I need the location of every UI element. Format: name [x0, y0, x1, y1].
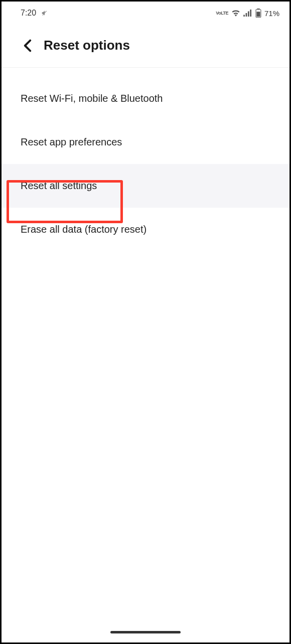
header: Reset options: [2, 22, 289, 68]
svg-rect-2: [246, 13, 247, 17]
reset-wifi-mobile-bluetooth[interactable]: Reset Wi-Fi, mobile & Bluetooth: [2, 77, 289, 120]
svg-rect-1: [243, 15, 245, 17]
list-item-label: Reset all settings: [21, 180, 97, 191]
back-icon[interactable]: [21, 39, 35, 53]
options-list: Reset Wi-Fi, mobile & Bluetooth Reset ap…: [2, 68, 289, 251]
status-bar: 7:20 VoLTE: [2, 2, 289, 22]
mute-icon: [41, 10, 48, 17]
battery-icon: [255, 9, 261, 18]
volte-icon: VoLTE: [216, 11, 228, 16]
list-item-label: Reset app preferences: [21, 136, 122, 147]
svg-rect-4: [250, 10, 251, 17]
status-time: 7:20: [21, 9, 36, 18]
list-item-label: Erase all data (factory reset): [21, 224, 147, 235]
svg-rect-7: [256, 12, 260, 17]
erase-all-data[interactable]: Erase all data (factory reset): [2, 208, 289, 251]
reset-app-preferences[interactable]: Reset app preferences: [2, 120, 289, 164]
nav-bar-handle[interactable]: [110, 631, 181, 633]
signal-icon: [243, 10, 252, 17]
reset-all-settings[interactable]: Reset all settings: [2, 164, 289, 208]
svg-rect-3: [248, 12, 249, 17]
page-title: Reset options: [44, 38, 130, 53]
wifi-icon: [231, 10, 240, 17]
list-item-label: Reset Wi-Fi, mobile & Bluetooth: [21, 93, 163, 104]
battery-percent: 71%: [264, 9, 279, 18]
